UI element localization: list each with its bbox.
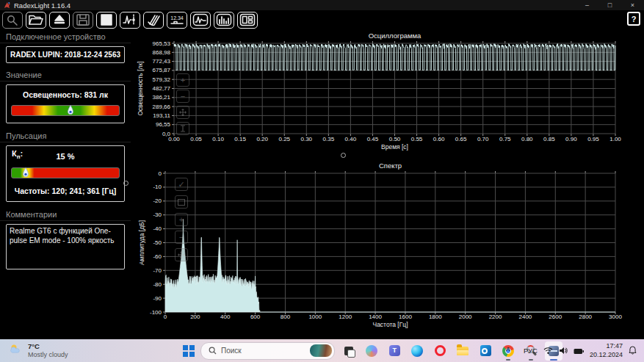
svg-text:-40: -40 (153, 225, 162, 232)
help-button[interactable]: ? (627, 12, 640, 26)
svg-text:0.50: 0.50 (389, 136, 401, 142)
zoom-rect-button[interactable] (175, 195, 188, 209)
left-panel: Подключенное устройство RADEX LUPIN: 201… (0, 29, 131, 341)
stop-measurement-button[interactable] (96, 12, 117, 29)
svg-text:1600: 1600 (399, 314, 412, 320)
show-spectrum-button[interactable] (214, 12, 234, 29)
opera-icon (435, 345, 446, 356)
fit-button[interactable] (176, 122, 189, 135)
svg-text:0.60: 0.60 (433, 136, 445, 142)
svg-text:1400: 1400 (369, 314, 382, 320)
cursor-wave-button[interactable] (120, 12, 140, 29)
start-measurement-button[interactable] (49, 12, 70, 29)
clear-data-button[interactable] (143, 12, 164, 29)
svg-text:-80: -80 (153, 281, 162, 288)
battery-icon[interactable] (574, 344, 584, 358)
teams-taskbar-icon[interactable] (386, 341, 403, 361)
language-indicator[interactable]: РУС (524, 347, 538, 355)
clock[interactable]: 17:47 20.12.2024 (590, 342, 623, 359)
device-name: RADEX LUPIN: 2018-12-24 2563 (6, 46, 125, 63)
show-oscillogram-button[interactable] (190, 12, 211, 29)
numeric-display-button[interactable]: 12.34 (167, 12, 187, 29)
kp-label: Кп: (12, 149, 23, 160)
illuminance-value: Освещенность: 831 лк (11, 90, 120, 99)
svg-text:Спектр: Спектр (379, 162, 402, 170)
pulsation-section-header: Пульсация (0, 128, 131, 142)
start-button[interactable] (178, 341, 195, 361)
system-tray: ^ РУС 17:47 20.12.2024 (506, 339, 644, 362)
chart-canvas: Осциллограмма0.000.050.100.150.200.250.3… (136, 31, 644, 162)
minimize-button[interactable]: – (576, 0, 598, 10)
zoom-out-button[interactable]: − (175, 231, 188, 244)
illuminance-scale (11, 105, 120, 116)
svg-text:12.34: 12.34 (170, 15, 184, 21)
svg-text:-100: -100 (150, 309, 162, 316)
autoscale-button[interactable]: ✓ (175, 178, 188, 191)
pan-button[interactable] (176, 106, 189, 119)
outlook-taskbar-icon[interactable] (477, 341, 494, 361)
svg-text:0.65: 0.65 (455, 136, 467, 142)
svg-text:289,66: 289,66 (153, 104, 171, 110)
close-button[interactable]: × (621, 0, 644, 10)
comments-section-header: Комментарии (0, 207, 131, 221)
edge-icon (411, 345, 423, 357)
charts-splitter-grip[interactable] (341, 153, 346, 158)
svg-text:2000: 2000 (459, 314, 472, 320)
svg-text:868,98: 868,98 (153, 49, 171, 56)
svg-text:-30: -30 (153, 211, 162, 218)
device-section-header: Подключенное устройство (0, 29, 131, 43)
weather-icon (7, 343, 23, 359)
taskbar-search[interactable]: Поиск (200, 342, 335, 360)
search-highlight-image[interactable] (310, 344, 332, 357)
svg-text:0.15: 0.15 (234, 136, 246, 142)
copilot-taskbar-icon[interactable] (363, 341, 380, 361)
tray-chevron-icon[interactable]: ^ (506, 347, 510, 355)
tray-date: 20.12.2024 (590, 351, 623, 359)
svg-text:0.25: 0.25 (278, 136, 290, 142)
comments-splitter-grip[interactable] (123, 181, 129, 186)
value-box: Освещенность: 831 лк (6, 84, 125, 123)
save-file-button[interactable] (73, 12, 93, 29)
copilot-icon (366, 345, 377, 357)
oscillogram-chart: Осциллограмма0.000.050.100.150.200.250.3… (136, 31, 644, 162)
opera-taskbar-icon[interactable] (431, 341, 449, 361)
svg-text:0.40: 0.40 (345, 136, 357, 142)
svg-text:0.80: 0.80 (521, 136, 533, 142)
weather-widget[interactable]: 7°C Mostly cloudy (0, 343, 68, 359)
svg-text:0.55: 0.55 (411, 136, 423, 142)
wifi-icon[interactable] (543, 344, 553, 358)
task-view-taskbar-icon[interactable] (340, 341, 358, 361)
radexlight-window: RadexLight 1.16.4 – □ × 12.34? Подключен… (0, 0, 644, 362)
svg-text:1000: 1000 (308, 314, 322, 320)
svg-text:0.95: 0.95 (587, 136, 599, 142)
open-file-button[interactable] (26, 12, 46, 29)
notifications-bell-icon[interactable] (629, 344, 637, 358)
kp-value: 15 % (11, 152, 120, 161)
zoom-in-button[interactable]: + (176, 73, 189, 87)
search-device-button[interactable] (2, 12, 23, 29)
svg-text:2600: 2600 (549, 314, 562, 320)
svg-text:0.75: 0.75 (499, 136, 511, 142)
svg-text:0: 0 (159, 170, 162, 177)
pan-button[interactable] (175, 248, 188, 261)
svg-text:965,53: 965,53 (153, 40, 171, 47)
svg-text:0.05: 0.05 (190, 136, 202, 142)
weather-condition: Mostly cloudy (28, 351, 68, 358)
zoom-out-button[interactable]: − (176, 90, 189, 103)
speaker-icon[interactable] (559, 344, 568, 358)
spectrum-chart: Спектр0200400600800100012001400160018002… (136, 162, 644, 336)
edge-taskbar-icon[interactable] (408, 341, 426, 361)
file-explorer-taskbar-icon[interactable] (454, 341, 471, 361)
layout-panels-button[interactable] (237, 12, 258, 29)
comments-input[interactable]: Realme GT6 с функцией One-pulse EM mode … (6, 224, 125, 269)
svg-text:579,32: 579,32 (153, 76, 171, 83)
pulsation-scale (11, 167, 120, 178)
zoom-in-button[interactable]: + (175, 213, 188, 226)
svg-text:0,0: 0,0 (162, 131, 171, 137)
svg-text:675,87: 675,87 (153, 67, 171, 73)
pulsation-box: Кп: 15 % Частоты: 120; 241; 361 [Гц] (6, 145, 125, 202)
chart-canvas: Спектр0200400600800100012001400160018002… (136, 162, 644, 336)
svg-text:-90: -90 (153, 295, 162, 302)
outlook-icon (480, 345, 491, 356)
maximize-button[interactable]: □ (598, 0, 621, 10)
